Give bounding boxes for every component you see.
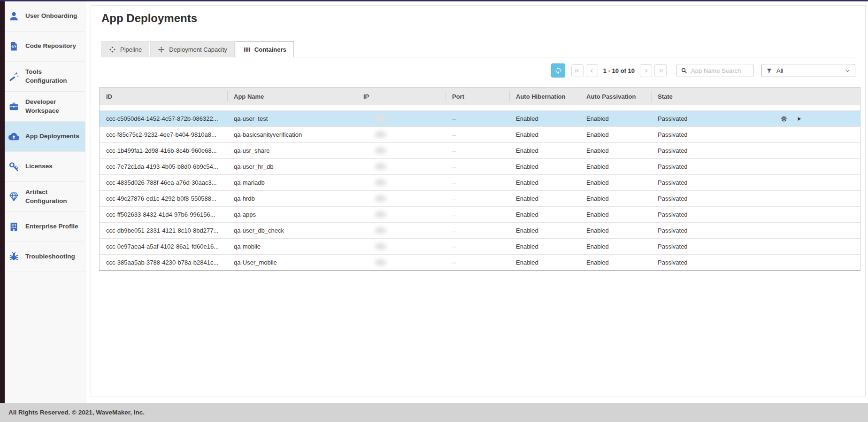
content-panel: App Deployments Pipeline Deployment Capa… bbox=[91, 5, 866, 397]
table-row[interactable]: ccc-c5050d64-1452-4c57-872b-086322... qa… bbox=[100, 110, 860, 126]
ip-redacted-blur bbox=[375, 131, 386, 138]
column-header-auto-passivation[interactable]: Auto Passivation bbox=[580, 88, 651, 105]
sidebar-item-code-repository[interactable]: Code Repository bbox=[5, 31, 85, 62]
filter-select[interactable]: All bbox=[761, 64, 855, 77]
containers-table: ID App Name IP Port Auto Hibernation Aut… bbox=[99, 87, 860, 271]
diamond-icon bbox=[8, 191, 19, 202]
sidebar-item-label: Developer Workspace bbox=[25, 98, 82, 115]
column-header-state[interactable]: State bbox=[651, 88, 742, 105]
sidebar-item-enterprise-profile[interactable]: Enterprise Profile bbox=[5, 212, 85, 242]
sidebar-item-tools-configuration[interactable]: Tools Configuration bbox=[5, 62, 85, 92]
sidebar-item-label: Tools Configuration bbox=[25, 68, 82, 85]
cell-ip bbox=[357, 207, 446, 222]
app-name-search-input[interactable] bbox=[690, 67, 750, 75]
column-header-id[interactable]: ID bbox=[100, 88, 227, 105]
ip-redacted-blur bbox=[375, 243, 386, 250]
cell-actions bbox=[742, 223, 860, 238]
ip-redacted-blur bbox=[375, 259, 386, 266]
cell-ip bbox=[357, 143, 446, 158]
top-accent-line bbox=[0, 0, 868, 1]
cell-state: Passivated bbox=[651, 143, 742, 158]
sidebar-item-troubleshooting[interactable]: Troubleshooting bbox=[5, 242, 85, 272]
column-header-auto-hibernation[interactable]: Auto Hibernation bbox=[509, 88, 580, 105]
cell-actions bbox=[742, 239, 860, 254]
cell-ip bbox=[357, 175, 446, 190]
ip-redacted-blur bbox=[375, 115, 386, 122]
sidebar-item-label: Troubleshooting bbox=[25, 252, 75, 261]
cell-auto-passivation: Enabled bbox=[580, 223, 651, 238]
cell-auto-passivation: Enabled bbox=[580, 159, 651, 174]
table-row[interactable]: ccc-ff502633-8432-41d4-97b6-996156... qa… bbox=[100, 206, 860, 222]
cell-state: Passivated bbox=[651, 127, 742, 142]
code-file-icon bbox=[8, 41, 19, 52]
cell-ip bbox=[357, 255, 446, 270]
cell-id: ccc-4835d026-788f-46ea-a76d-30aac3... bbox=[100, 175, 227, 190]
cell-port: -- bbox=[446, 223, 509, 238]
column-header-ip[interactable]: IP bbox=[357, 88, 446, 105]
sidebar-item-developer-workspace[interactable]: Developer Workspace bbox=[5, 92, 85, 122]
cell-auto-hibernation: Enabled bbox=[509, 239, 580, 254]
column-header-app-name[interactable]: App Name bbox=[227, 88, 357, 105]
table-header: ID App Name IP Port Auto Hibernation Aut… bbox=[100, 88, 860, 105]
previous-page-button[interactable] bbox=[586, 64, 598, 77]
sidebar-item-label: Enterprise Profile bbox=[25, 222, 78, 231]
first-page-button[interactable] bbox=[571, 64, 584, 77]
table-row[interactable]: ccc-7e72c1da-4193-4b05-b8d0-6b9c54... qa… bbox=[100, 158, 860, 174]
cell-port: -- bbox=[446, 255, 509, 270]
move-arrows-icon bbox=[158, 46, 165, 53]
table-body: ccc-c5050d64-1452-4c57-872b-086322... qa… bbox=[100, 110, 860, 270]
next-page-button[interactable] bbox=[640, 64, 652, 77]
tab-bar: Pipeline Deployment Capacity Containers bbox=[101, 42, 855, 57]
cell-state: Passivated bbox=[651, 191, 742, 206]
cell-id: ccc-7e72c1da-4193-4b05-b8d0-6b9c54... bbox=[100, 159, 227, 174]
tab-containers[interactable]: Containers bbox=[236, 41, 294, 57]
table-row[interactable]: ccc-4835d026-788f-46ea-a76d-30aac3... qa… bbox=[100, 174, 860, 190]
cell-state: Passivated bbox=[651, 255, 742, 270]
cell-auto-hibernation: Enabled bbox=[509, 127, 580, 142]
sidebar-item-user-onboarding[interactable]: User Onboarding bbox=[5, 1, 85, 31]
table-row[interactable]: ccc-f85c75c2-9232-4ee7-b404-9810a8... qa… bbox=[100, 126, 860, 142]
cell-state: Passivated bbox=[651, 239, 742, 254]
refresh-button[interactable] bbox=[551, 63, 565, 78]
chevron-down-icon bbox=[845, 68, 851, 74]
sidebar-item-label: App Deployments bbox=[25, 132, 79, 141]
play-icon[interactable] bbox=[796, 116, 802, 122]
cell-auto-passivation: Enabled bbox=[580, 111, 651, 126]
ip-redacted-blur bbox=[375, 211, 386, 218]
magic-wand-icon bbox=[8, 71, 19, 82]
cell-ip bbox=[357, 191, 446, 206]
cell-ip bbox=[357, 239, 446, 254]
cell-app-name: qa-User_mobile bbox=[227, 255, 357, 270]
cell-app-name: qa-hrdb bbox=[227, 191, 357, 206]
last-page-button[interactable] bbox=[654, 64, 667, 77]
key-icon bbox=[8, 161, 19, 172]
sidebar-item-label: Artifact Configuration bbox=[25, 188, 82, 205]
sidebar-item-licenses[interactable]: Licenses bbox=[5, 152, 85, 182]
cloud-upload-icon bbox=[8, 131, 19, 142]
cell-port: -- bbox=[446, 175, 509, 190]
cell-ip bbox=[357, 111, 446, 126]
table-row[interactable]: ccc-0e97aea4-a5af-4102-86a1-fd60e16... q… bbox=[100, 238, 860, 254]
table-row[interactable]: ccc-1b499fa1-2d98-416b-8c4b-960e68... qa… bbox=[100, 142, 860, 158]
table-row[interactable]: ccc-db9be051-2331-4121-8c10-8bd277... qa… bbox=[100, 222, 860, 238]
sidebar-item-app-deployments[interactable]: App Deployments bbox=[5, 122, 85, 152]
cell-ip bbox=[357, 127, 446, 142]
previous-page-icon bbox=[589, 68, 595, 74]
header-spacer-row bbox=[100, 105, 860, 110]
cell-state: Passivated bbox=[651, 223, 742, 238]
table-row[interactable]: ccc-49c27876-ed1c-4292-b0f8-550588... qa… bbox=[100, 190, 860, 206]
cell-port: -- bbox=[446, 143, 509, 158]
cell-app-name: qa-mobile bbox=[227, 239, 357, 254]
cell-auto-hibernation: Enabled bbox=[509, 191, 580, 206]
tab-pipeline[interactable]: Pipeline bbox=[101, 41, 149, 57]
sidebar-item-artifact-configuration[interactable]: Artifact Configuration bbox=[5, 182, 85, 212]
search-icon bbox=[681, 67, 687, 74]
tab-deployment-capacity[interactable]: Deployment Capacity bbox=[150, 41, 235, 57]
cell-app-name: qa-user_test bbox=[227, 111, 357, 126]
table-row[interactable]: ccc-385aa5ab-3788-4230-b78a-b2841c... qa… bbox=[100, 254, 860, 270]
toolbar: 1 - 10 of 10 All bbox=[551, 63, 855, 78]
app-name-search bbox=[676, 64, 754, 77]
settings-gear-icon[interactable] bbox=[780, 115, 788, 123]
tab-label: Deployment Capacity bbox=[169, 46, 227, 53]
column-header-port[interactable]: Port bbox=[446, 88, 509, 105]
